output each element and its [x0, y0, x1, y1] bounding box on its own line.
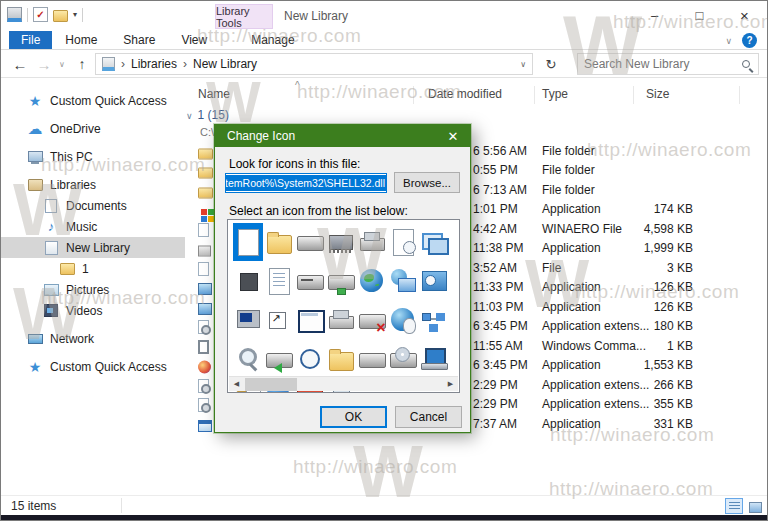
library-properties-icon[interactable]	[7, 7, 22, 22]
icon-cell-memory-chip[interactable]	[326, 223, 356, 261]
sidebar-item-onedrive[interactable]: OneDrive	[1, 118, 185, 139]
column-header-name[interactable]: Name	[198, 87, 230, 101]
sidebar-item-label: 1	[82, 262, 89, 276]
icon-cell-printer-floppy[interactable]	[326, 301, 356, 339]
maximize-button[interactable]: □	[677, 1, 722, 30]
sidebar-item-label: OneDrive	[50, 122, 101, 136]
icon-cell-cd-drive[interactable]	[388, 340, 418, 378]
forward-icon[interactable]: →	[33, 50, 55, 78]
icon-cell-laptop[interactable]	[419, 340, 449, 378]
sidebar-item-libraries[interactable]: Libraries	[1, 174, 185, 195]
icon-cell-drive-previous[interactable]	[264, 340, 294, 378]
address-dropdown-chevron-icon[interactable]: ∨	[520, 60, 526, 69]
sidebar-item-custom-quick-access[interactable]: Custom Quick Access	[1, 90, 185, 111]
group-expander-icon[interactable]: ∨	[186, 111, 193, 121]
icon-cell-document-clock[interactable]	[388, 223, 418, 261]
folder-icon	[59, 261, 75, 277]
icon-cell-networked-computer[interactable]	[388, 262, 418, 300]
up-icon[interactable]: ↑	[71, 50, 93, 78]
tab-file[interactable]: File	[9, 31, 52, 49]
checked-document-icon[interactable]: ✓	[33, 7, 48, 22]
sidebar-item-label: Network	[50, 332, 94, 346]
sidebar-item-documents[interactable]: Documents	[1, 195, 185, 216]
icon-cell-drive-error[interactable]	[357, 301, 387, 339]
icon-cell-network-nodes[interactable]	[419, 301, 449, 339]
icon-cell-floppy-device[interactable]	[295, 262, 325, 300]
icon-cell-blank-document[interactable]	[233, 223, 263, 261]
column-header-size[interactable]: Size	[646, 87, 669, 101]
dialog-close-icon[interactable]: ✕	[436, 125, 470, 147]
file-icon	[198, 223, 209, 237]
icon-path-input[interactable]: ystemRoot%\System32\SHELL32.dll	[225, 173, 387, 193]
globe-mouse-icon	[389, 306, 417, 334]
network-icon	[27, 331, 43, 347]
tab-manage[interactable]: Manage	[238, 31, 307, 49]
horizontal-scrollbar[interactable]: ◀ ▶	[229, 376, 458, 391]
ok-button[interactable]: OK	[320, 406, 387, 428]
change-icon-dialog: Change Icon ✕ Look for icons in this fil…	[214, 124, 471, 433]
collapse-ribbon-chevron-icon[interactable]: ∨	[725, 36, 732, 46]
icon-cell-rich-text-document[interactable]	[264, 262, 294, 300]
icon-cell-magnifier[interactable]	[233, 340, 263, 378]
minimize-button[interactable]: –	[632, 1, 677, 30]
sidebar-item-this-pc[interactable]: This PC	[1, 146, 185, 167]
refresh-icon[interactable]: ↻	[539, 53, 563, 75]
toolbar-separator	[82, 8, 83, 22]
icon-cell-network-drive[interactable]	[326, 262, 356, 300]
tab-view[interactable]: View	[168, 31, 220, 49]
icon-cell-folder2[interactable]	[326, 340, 356, 378]
file-date-modified: 11:55 AM	[473, 339, 523, 353]
file-date-modified: 6 3:45 PM	[473, 319, 528, 333]
app-colors-icon	[201, 209, 207, 215]
details-view-button[interactable]	[725, 498, 743, 514]
group-header[interactable]: ∨1 (15)	[186, 108, 229, 122]
icon-cell-window-frame[interactable]	[295, 301, 325, 339]
icon-cell-crt-monitor[interactable]	[233, 301, 263, 339]
sidebar-item-new-library[interactable]: New Library	[1, 237, 185, 258]
folder-icon[interactable]	[53, 10, 68, 22]
close-button[interactable]: ×	[722, 1, 767, 30]
contextual-tab-group-library-tools[interactable]: Library Tools	[215, 4, 273, 29]
breadcrumb-libraries[interactable]: Libraries	[131, 57, 177, 71]
column-header-date-modified[interactable]: Date modified	[428, 87, 502, 101]
icon-cell-control-panel[interactable]	[419, 262, 449, 300]
breadcrumb-new-library[interactable]: New Library	[193, 57, 257, 71]
title-bar: ✓ ▾ Library Tools New Library – □ ×	[1, 1, 767, 31]
icon-cell-folder[interactable]	[264, 223, 294, 261]
sidebar-item-1[interactable]: 1	[1, 258, 185, 279]
icon-cell-shortcut-overlay[interactable]	[264, 301, 294, 339]
scrollbar-thumb[interactable]	[245, 378, 297, 391]
tab-share[interactable]: Share	[110, 31, 168, 49]
sidebar-item-custom-quick-access[interactable]: Custom Quick Access	[1, 356, 185, 377]
recent-locations-chevron-icon[interactable]: ∨	[55, 50, 69, 78]
sidebar-item-pictures[interactable]: Pictures	[1, 279, 185, 300]
search-input[interactable]	[584, 57, 742, 71]
browse-button[interactable]: Browse...	[394, 172, 460, 193]
icon-cell-globe[interactable]	[357, 262, 387, 300]
icon-cell-globe-mouse[interactable]	[388, 301, 418, 339]
file-icon	[198, 262, 209, 276]
scroll-right-icon[interactable]: ▶	[443, 380, 458, 388]
cancel-button[interactable]: Cancel	[395, 406, 462, 428]
tab-home[interactable]: Home	[52, 31, 110, 49]
help-icon[interactable]: ?	[742, 33, 757, 48]
search-icon[interactable]	[742, 60, 750, 68]
icon-cell-hard-drive[interactable]	[295, 223, 325, 261]
large-icons-view-button[interactable]	[745, 498, 763, 514]
sidebar-item-network[interactable]: Network	[1, 328, 185, 349]
icon-cell-clock-overlay[interactable]	[295, 340, 325, 378]
scroll-left-icon[interactable]: ◀	[229, 380, 244, 388]
customize-toolbar-arrow-icon[interactable]: ▾	[73, 7, 77, 22]
icon-cell-battery[interactable]	[233, 262, 263, 300]
drive2-icon	[358, 345, 386, 373]
column-header-type[interactable]: Type	[542, 87, 568, 101]
blank-document-icon	[234, 228, 262, 256]
back-icon[interactable]: ←	[9, 50, 31, 78]
icon-cell-drive2[interactable]	[357, 340, 387, 378]
breadcrumb[interactable]: › Libraries › New Library ∨	[95, 53, 533, 75]
sidebar-item-videos[interactable]: Videos	[1, 300, 185, 321]
sidebar-item-music[interactable]: Music	[1, 216, 185, 237]
file-type: File folder	[542, 183, 595, 197]
icon-cell-program-windows[interactable]	[419, 223, 449, 261]
icon-cell-printer[interactable]	[357, 223, 387, 261]
